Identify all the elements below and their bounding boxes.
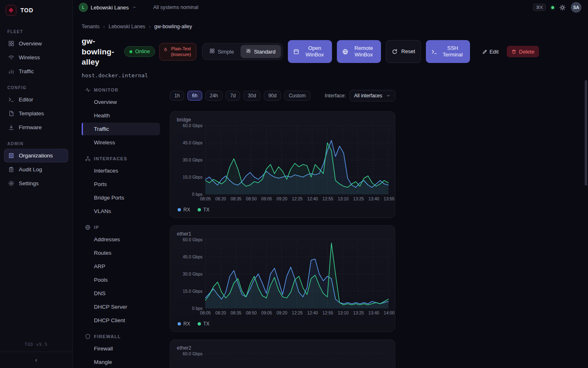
range-30d[interactable]: 30d — [243, 91, 261, 101]
interface-select[interactable]: All interfaces — [350, 90, 395, 101]
subnav-item-dns[interactable]: DNS — [82, 287, 160, 300]
sidebar-item-label: Traffic — [19, 68, 34, 74]
subnav-item-interfaces[interactable]: Interfaces — [82, 164, 160, 177]
subnav-item-ports[interactable]: Ports — [82, 178, 160, 191]
interface-select-value: All interfaces — [354, 93, 382, 99]
pencil-icon — [482, 49, 488, 54]
chevron-down-icon — [132, 5, 137, 10]
online-badge-label: Online — [135, 49, 150, 54]
subnav-item-pools[interactable]: Pools — [82, 274, 160, 286]
view-mode-standard[interactable]: Standard — [241, 45, 281, 58]
sidebar-item-organizations[interactable]: Organizations — [4, 149, 68, 162]
breadcrumb: Tenants›Lebowski Lanes›gw-bowling-alley — [82, 24, 588, 29]
chart-ylabels: 60.0 Gbps45.0 Gbps30.0 Gbps15.0 Gbps0 bp… — [177, 126, 205, 194]
chevron-down-icon — [386, 93, 391, 98]
legend-tx[interactable]: TX — [198, 207, 209, 213]
subnav-item-dhcp-client[interactable]: DHCP Client — [82, 314, 160, 327]
sidebar-item-audit-log[interactable]: Audit Log — [4, 163, 68, 176]
open-winbox-button[interactable]: Open WinBox — [288, 40, 332, 63]
remote-winbox-label: Remote WinBox — [352, 45, 376, 59]
sidebar-section-config: CONFIG — [4, 83, 68, 92]
range-6h[interactable]: 6h — [187, 91, 202, 101]
subnav-item-routes[interactable]: Routes — [82, 247, 160, 259]
terminal-icon — [431, 49, 437, 55]
sidebar-item-firmware[interactable]: Firmware — [4, 121, 68, 134]
range-90d[interactable]: 90d — [264, 91, 281, 101]
tenant-selector[interactable]: L Lebowski Lanes — [79, 3, 137, 11]
legend-rx[interactable]: RX — [178, 207, 190, 213]
subnav-item-addresses[interactable]: Addresses — [82, 233, 160, 246]
subnav-item-wireless[interactable]: Wireless — [82, 136, 160, 149]
edit-label: Edit — [490, 49, 499, 55]
sidebar-item-label: Overview — [19, 40, 42, 47]
network-icon — [85, 156, 91, 162]
sidebar-item-label: Settings — [19, 180, 39, 186]
sidebar-item-settings[interactable]: Settings — [4, 177, 68, 190]
charts-column: 1h6h24h7d30d90dCustom Interface: All int… — [170, 84, 395, 368]
view-mode-toggle: Simple Standard — [202, 43, 283, 60]
legend-tx[interactable]: TX — [198, 321, 209, 327]
range-custom[interactable]: Custom — [284, 91, 310, 101]
subnav-item-health[interactable]: Health — [82, 109, 160, 122]
breadcrumb-item-gw-bowling-alley: gw-bowling-alley — [154, 24, 192, 29]
sidebar-item-traffic[interactable]: Traffic — [4, 65, 68, 78]
chart-xlabels: 08:0508:2008:3508:5009:0509:2012:2512:40… — [205, 310, 389, 316]
sidebar-sections: FLEETOverviewWirelessTrafficCONFIGEditor… — [0, 20, 72, 191]
range-24h[interactable]: 24h — [205, 91, 223, 101]
legend-rx[interactable]: RX — [178, 321, 190, 327]
chart-title: bridge — [177, 117, 388, 123]
chart-title: ether1 — [177, 231, 388, 237]
breadcrumb-item-lebowski-lanes[interactable]: Lebowski Lanes — [109, 24, 145, 29]
theme-toggle-icon[interactable] — [559, 4, 566, 11]
chart-title: ether2 — [177, 345, 388, 351]
range-1h[interactable]: 1h — [170, 91, 184, 101]
subnav-section-ip: IP — [82, 222, 160, 232]
reset-button[interactable]: Reset — [386, 40, 421, 63]
online-dot-icon — [129, 50, 132, 53]
subnav-item-arp[interactable]: ARP — [82, 260, 160, 273]
subnav-item-mangle[interactable]: Mangle — [82, 356, 160, 368]
sidebar-item-overview[interactable]: Overview — [4, 37, 68, 50]
legend-dot-icon — [198, 322, 201, 325]
sidebar-item-editor[interactable]: Editor — [4, 93, 68, 106]
interface-filter: Interface: All interfaces — [325, 90, 395, 101]
view-mode-simple[interactable]: Simple — [204, 45, 239, 58]
subnav-item-dhcp-server[interactable]: DHCP Server — [82, 301, 160, 313]
subnav-item-traffic[interactable]: Traffic — [82, 123, 160, 135]
range-7d[interactable]: 7d — [226, 91, 240, 101]
sidebar-item-label: Audit Log — [19, 166, 42, 173]
tenant-avatar: L — [79, 3, 87, 11]
activity-icon — [85, 87, 91, 93]
terminal-icon — [8, 96, 14, 103]
app-version: TOD v9.5 — [0, 342, 72, 352]
sidebar-collapse-button[interactable]: ‹ — [0, 352, 72, 368]
sidebar-item-templates[interactable]: Templates — [4, 107, 68, 120]
breadcrumb-item-tenants[interactable]: Tenants — [82, 24, 100, 29]
online-badge: Online — [124, 46, 155, 57]
user-avatar[interactable]: SA — [571, 2, 581, 13]
subnav-item-bridge-ports[interactable]: Bridge Ports — [82, 191, 160, 204]
app-root: TOD FLEETOverviewWirelessTrafficCONFIGEd… — [0, 0, 588, 368]
subnav-item-overview[interactable]: Overview — [82, 96, 160, 108]
grid-icon — [209, 48, 215, 55]
edit-button[interactable]: Edit — [479, 45, 502, 58]
legend-dot-icon — [198, 208, 201, 211]
sidebar-item-label: Wireless — [19, 54, 40, 61]
breadcrumb-separator-icon: › — [149, 24, 151, 29]
insecure-badge-label: Plain-Text (Insecure) — [169, 46, 192, 58]
main-area: L Lebowski Lanes All systems nominal ⌘K … — [73, 0, 588, 368]
subnav-item-firewall[interactable]: Firewall — [82, 342, 160, 355]
chart-ylabels: 60.0 Gbps — [177, 354, 205, 368]
sidebar-item-wireless[interactable]: Wireless — [4, 51, 68, 64]
sliders-icon — [246, 48, 251, 55]
ssh-terminal-button[interactable]: SSH Terminal — [426, 40, 470, 63]
command-palette-shortcut[interactable]: ⌘K — [533, 4, 546, 11]
delete-button[interactable]: Delete — [507, 46, 539, 57]
app-logo-icon — [6, 5, 16, 16]
subnav-item-vlans[interactable]: VLANs — [82, 205, 160, 218]
scrollbar-thumb[interactable] — [585, 80, 587, 186]
remote-winbox-button[interactable]: Remote WinBox — [337, 40, 381, 63]
ssh-terminal-label: SSH Terminal — [441, 45, 465, 59]
download-icon — [8, 124, 14, 130]
brand[interactable]: TOD — [0, 0, 72, 20]
